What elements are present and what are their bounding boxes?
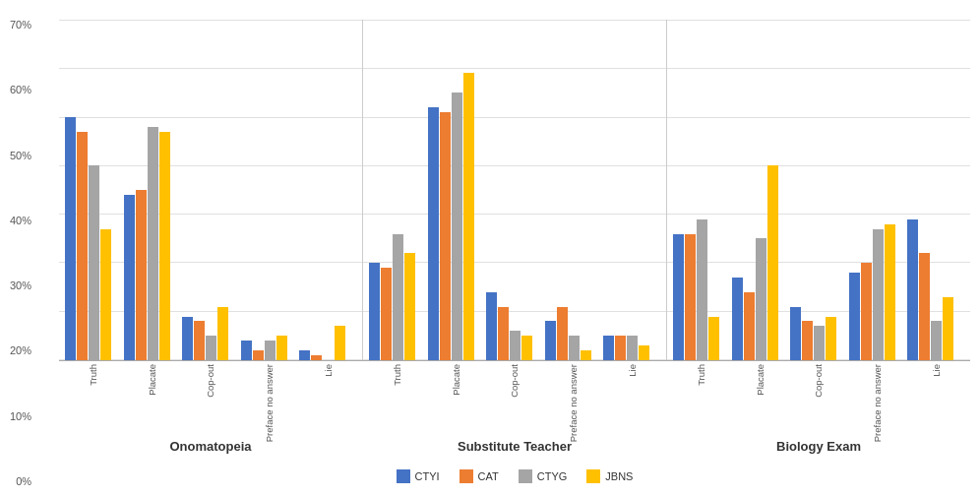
bar-CTYG: [569, 336, 580, 360]
bar-CTYI: [369, 263, 380, 360]
legend-swatch: [586, 469, 600, 483]
bar-CAT: [685, 234, 696, 361]
bar-CTYI: [545, 321, 556, 360]
bar-CAT: [802, 321, 813, 360]
x-label-onomatopeia-2: Cop-out: [182, 361, 239, 398]
bar-CAT: [194, 321, 205, 360]
x-label-text: Placate: [147, 364, 157, 396]
bar-JBNS: [708, 317, 719, 360]
y-axis-label: 50%: [10, 151, 31, 161]
bar-group-biology-exam-0: [673, 20, 730, 360]
bar-CTYG: [931, 321, 942, 360]
x-label-text: Lie: [627, 364, 638, 377]
chart-container: 70%60%50%40%30%20%10%0% TruthPlacateCop-…: [0, 0, 980, 497]
bar-CTYI: [849, 273, 860, 360]
y-axis-label: 10%: [10, 411, 31, 422]
x-label-text: Preface no answer: [264, 364, 275, 442]
bar-CAT: [311, 355, 322, 360]
x-label-substitute-teacher-3: Preface no answer: [545, 361, 602, 442]
x-label-text: Cop-out: [205, 364, 215, 398]
bar-group-substitute-teacher-2: [486, 20, 543, 360]
x-label-text: Lie: [323, 364, 334, 377]
bar-CTYI: [790, 307, 801, 360]
bar-CTYG: [873, 229, 884, 360]
bar-JBNS: [335, 326, 345, 360]
bar-group-biology-exam-4: [907, 20, 964, 360]
bar-CTYG: [814, 326, 825, 360]
group-label-biology-exam: Biology Exam: [667, 435, 970, 462]
x-label-text: Cop-out: [813, 364, 824, 398]
x-label-biology-exam-0: Truth: [673, 361, 730, 386]
bar-CTYI: [124, 195, 135, 360]
bar-CTYG: [452, 93, 462, 360]
plot-area: [59, 20, 970, 360]
bar-CTYI: [428, 107, 439, 360]
legend-item-CTYI: CTYI: [397, 469, 440, 483]
x-labels-section-substitute-teacher: TruthPlacateCop-outPreface no answerLie: [363, 361, 666, 435]
x-labels-row: TruthPlacateCop-outPreface no answerLieT…: [59, 361, 970, 435]
bar-CTYG: [89, 165, 99, 360]
x-label-text: Cop-out: [509, 364, 520, 398]
x-label-onomatopeia-3: Preface no answer: [241, 361, 298, 442]
bar-JBNS: [276, 336, 287, 360]
bar-CTYI: [732, 278, 743, 360]
bar-group-onomatopeia-0: [65, 20, 122, 360]
x-label-biology-exam-1: Placate: [732, 361, 789, 396]
bar-CTYI: [673, 234, 684, 361]
bar-CAT: [861, 263, 872, 360]
legend-label: CTYI: [415, 470, 440, 482]
legend-item-JBNS: JBNS: [586, 469, 633, 483]
bar-JBNS: [885, 224, 895, 360]
bar-group-onomatopeia-1: [124, 20, 181, 360]
bar-CAT: [77, 132, 88, 360]
x-label-substitute-teacher-1: Placate: [428, 361, 485, 396]
x-label-onomatopeia-0: Truth: [65, 361, 122, 386]
y-axis-label: 30%: [10, 280, 31, 291]
x-label-text: Lie: [931, 364, 942, 377]
bar-CAT: [136, 190, 147, 360]
bar-group-onomatopeia-3: [241, 20, 298, 360]
bar-CTYG: [627, 336, 638, 360]
bar-CAT: [744, 292, 755, 360]
bar-JBNS: [100, 229, 111, 360]
bar-JBNS: [404, 253, 415, 360]
x-label-text: Truth: [88, 364, 98, 386]
legend-item-CAT: CAT: [459, 469, 499, 483]
legend-swatch: [459, 469, 473, 483]
y-axis-label: 0%: [16, 476, 31, 487]
bars-section-substitute-teacher: [363, 20, 666, 360]
bar-JBNS: [767, 165, 778, 360]
legend-label: CAT: [478, 470, 499, 482]
bar-CAT: [381, 268, 392, 360]
bar-JBNS: [159, 132, 170, 360]
bars-section-onomatopeia: [59, 20, 362, 360]
bar-CTYG: [510, 331, 521, 360]
legend-item-CTYG: CTYG: [519, 469, 568, 483]
bars-section-biology-exam: [667, 20, 970, 360]
x-label-biology-exam-4: Lie: [907, 361, 964, 377]
legend-label: CTYG: [537, 470, 568, 482]
bar-CTYI: [182, 317, 193, 360]
bar-CAT: [615, 336, 626, 360]
bar-JBNS: [639, 345, 649, 360]
group-label-substitute-teacher: Substitute Teacher: [363, 435, 666, 462]
bar-CAT: [253, 350, 264, 360]
bar-CTYI: [65, 117, 76, 360]
bar-CTYG: [148, 127, 158, 360]
bar-CAT: [440, 112, 451, 360]
legend: CTYICATCTYGJBNS: [59, 462, 970, 487]
bar-group-biology-exam-1: [732, 20, 789, 360]
x-label-substitute-teacher-4: Lie: [603, 361, 660, 377]
bar-JBNS: [217, 307, 228, 360]
bar-group-onomatopeia-2: [182, 20, 239, 360]
bar-JBNS: [521, 336, 532, 360]
bar-group-substitute-teacher-3: [545, 20, 602, 360]
bar-group-substitute-teacher-4: [603, 20, 660, 360]
group-label-onomatopeia: Onomatopeia: [59, 435, 362, 462]
bar-CTYG: [393, 234, 403, 361]
y-axis-label: 40%: [10, 216, 31, 226]
bar-JBNS: [581, 350, 591, 360]
x-labels-section-biology-exam: TruthPlacateCop-outPreface no answerLie: [667, 361, 970, 435]
x-label-text: Placate: [451, 364, 461, 396]
bar-CTYG: [265, 341, 276, 360]
